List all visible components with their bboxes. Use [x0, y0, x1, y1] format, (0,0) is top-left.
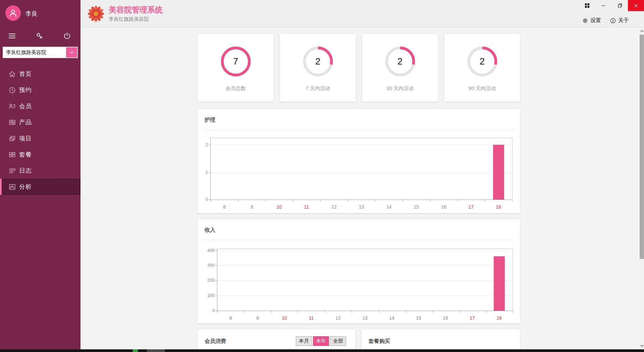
restore-button[interactable]	[613, 0, 627, 11]
y-axis-label: 200	[201, 278, 215, 283]
progress-ring: 2	[302, 45, 334, 78]
scrollbar-thumb[interactable]	[640, 35, 644, 259]
x-axis-label: 8	[216, 204, 233, 210]
close-button[interactable]	[628, 0, 644, 11]
sidebar-item-label: 会员	[19, 102, 32, 110]
care-bar-chart: 01289101112131415161718	[210, 138, 513, 200]
filter-this-year-button[interactable]: 本年	[313, 336, 329, 346]
power-icon	[63, 32, 71, 40]
sidebar: 李良 李良红旗路美容院	[0, 0, 80, 349]
sidebar-item-projects[interactable]: 项目	[0, 130, 80, 146]
filter-this-month-button[interactable]: 本月	[296, 336, 312, 346]
sidebar-item-label: 产品	[19, 118, 32, 126]
flower-logo	[87, 5, 105, 23]
taskbar-item	[147, 349, 165, 352]
key-icon	[36, 32, 44, 40]
y-axis-label: 2	[195, 142, 208, 147]
hamburger-menu-button[interactable]	[6, 31, 18, 41]
store-selector-dropdown-button[interactable]	[66, 47, 77, 57]
income-bar-chart: 010020030040089101112131415161718	[217, 249, 513, 311]
chevron-up-icon	[640, 30, 644, 32]
x-axis-label: 9	[249, 315, 266, 321]
sidebar-item-label: 项目	[19, 134, 32, 142]
stat-label: 90 天内活动	[444, 85, 520, 92]
gear-icon	[582, 17, 588, 24]
stat-value: 2	[466, 45, 498, 78]
info-icon	[610, 17, 616, 24]
user-name: 李良	[25, 10, 38, 18]
stat-label: 7 天内活动	[280, 85, 356, 92]
store-selector[interactable]: 李良红旗路美容院	[3, 47, 78, 58]
bar-18	[494, 256, 505, 311]
sidebar-item-packages[interactable]: 套餐	[0, 146, 80, 163]
chevron-down-icon	[640, 345, 644, 347]
progress-ring: 7	[220, 45, 252, 78]
scroll-up-button[interactable]	[640, 28, 644, 34]
y-axis-label: 1	[195, 170, 208, 175]
stat-value: 2	[302, 45, 334, 78]
stat-card-active-30-days: 2 30 天内活动	[362, 34, 438, 102]
avatar[interactable]	[5, 5, 21, 21]
products-icon	[8, 118, 16, 126]
x-axis-label: 11	[298, 204, 315, 210]
member-consumption-card: 会员消费 本月 本年 全部	[198, 329, 356, 349]
packages-icon	[8, 150, 16, 159]
taskbar-item	[133, 349, 138, 352]
hamburger-icon	[8, 32, 16, 40]
about-button[interactable]: 关于	[610, 17, 629, 24]
x-axis-label: 14	[380, 204, 397, 210]
selected-indicator	[0, 179, 2, 195]
minimize-icon	[601, 3, 606, 8]
sidebar-item-appointments[interactable]: 预约	[0, 82, 80, 98]
header: 美容院管理系统 李良红旗路美容院 设置	[80, 0, 644, 28]
filter-all-button[interactable]: 全部	[330, 336, 346, 346]
x-axis-label: 10	[271, 204, 287, 210]
beauty-salon-app-window: 李良 李良红旗路美容院	[0, 0, 644, 352]
chart-title: 收入	[205, 227, 215, 234]
card-title: 套餐购买	[369, 338, 390, 345]
sidebar-item-home[interactable]: 首页	[0, 66, 80, 82]
x-axis-label: 9	[244, 204, 260, 210]
progress-ring: 2	[384, 45, 416, 78]
chart-title: 护理	[205, 117, 215, 124]
stat-label: 30 天内活动	[362, 85, 438, 92]
sidebar-item-label: 预约	[19, 86, 32, 94]
card-title: 会员消费	[205, 338, 226, 345]
sidebar-item-logs[interactable]: 日志	[0, 163, 80, 179]
sidebar-item-members[interactable]: 会员	[0, 98, 80, 114]
taskbar-edge[interactable]	[0, 349, 644, 352]
app-tiles-button[interactable]	[580, 0, 594, 11]
x-axis-label: 15	[410, 315, 427, 321]
minimize-button[interactable]	[597, 0, 610, 11]
x-axis-label: 15	[408, 204, 425, 210]
sidebar-menu: 首页 预约 会员 产品 项目	[0, 66, 80, 195]
time-filter-group: 本月 本年 全部	[296, 336, 346, 346]
sidebar-item-label: 分析	[19, 183, 32, 191]
bar-18	[493, 145, 504, 200]
logout-button[interactable]	[61, 31, 73, 41]
sidebar-item-label: 日志	[19, 167, 32, 175]
app-grid-icon	[585, 3, 590, 8]
vertical-scrollbar[interactable]	[640, 28, 644, 349]
settings-label: 设置	[590, 17, 601, 24]
sidebar-item-products[interactable]: 产品	[0, 114, 80, 130]
sidebar-item-label: 首页	[19, 70, 32, 78]
stat-card-active-7-days: 2 7 天内活动	[280, 34, 356, 102]
x-axis-label: 10	[276, 315, 293, 321]
sidebar-item-analytics[interactable]: 分析	[0, 179, 80, 195]
settings-button[interactable]: 设置	[582, 17, 601, 24]
sidebar-item-label: 套餐	[19, 150, 32, 159]
store-subtitle: 李良红旗路美容院	[109, 16, 149, 23]
x-axis-label: 11	[303, 315, 320, 321]
y-axis-label: 0	[195, 197, 208, 202]
scroll-down-button[interactable]	[640, 343, 644, 349]
stat-value: 7	[220, 45, 252, 78]
progress-ring: 2	[466, 45, 498, 78]
password-button[interactable]	[34, 31, 46, 41]
x-axis-label: 12	[330, 315, 346, 321]
income-chart-card: 收入 010020030040089101112131415161718	[198, 219, 520, 323]
members-icon	[8, 102, 16, 110]
sidebar-toolbar	[0, 31, 80, 41]
y-axis-label: 300	[201, 263, 215, 268]
about-label: 关于	[618, 17, 629, 24]
